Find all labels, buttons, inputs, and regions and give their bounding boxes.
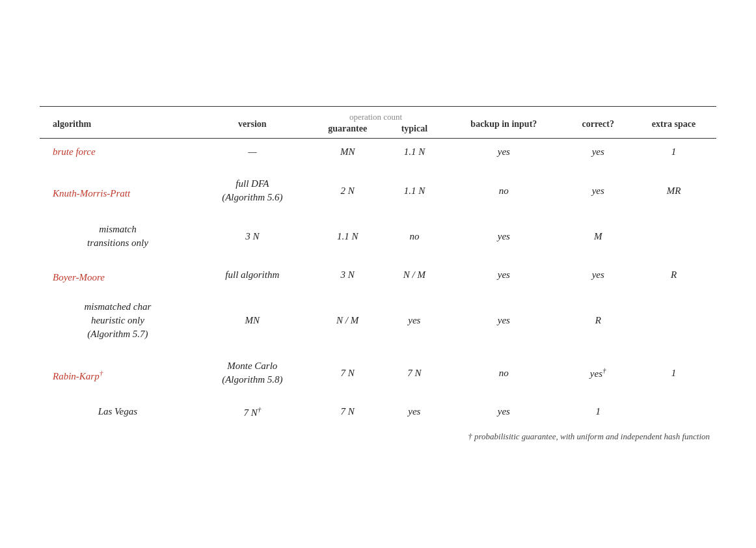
col-header-version: version [196, 107, 309, 139]
space-cell: 1 [631, 139, 716, 166]
table-row: brute force—MN1.1 Nyesyes1 [40, 139, 716, 166]
correct-cell: yes [442, 398, 565, 425]
comparison-table: algorithm version operation count backup… [40, 106, 716, 425]
guarantee-cell: 7 N [309, 353, 386, 393]
guarantee-cell: 3 N [309, 262, 386, 288]
typical-cell: 7 N [386, 353, 443, 393]
backup-cell: no [386, 216, 443, 256]
table-row: Knuth-Morris-Prattfull DFA(Algorithm 5.6… [40, 171, 716, 211]
backup-cell: no [442, 353, 565, 393]
space-cell: MR [631, 171, 716, 211]
col-header-algorithm: algorithm [40, 107, 196, 139]
version-cell: full algorithm [196, 262, 309, 288]
correct-cell: yes [565, 262, 631, 288]
table-row: Rabin-Karp†Monte Carlo(Algorithm 5.8)7 N… [40, 353, 716, 393]
correct-cell: yes [442, 216, 565, 256]
typical-cell: N / M [309, 294, 386, 348]
version-cell: Las Vegas [40, 398, 196, 425]
guarantee-cell: 3 N [196, 216, 309, 256]
guarantee-cell: 7 N† [196, 398, 309, 425]
version-cell: full DFA(Algorithm 5.6) [196, 171, 309, 211]
space-cell: R [565, 294, 631, 348]
typical-cell: 7 N [309, 398, 386, 425]
guarantee-cell: 2 N [309, 171, 386, 211]
backup-cell: yes [442, 139, 565, 166]
typical-cell: 1.1 N [386, 171, 443, 211]
col-header-space: extra space [631, 107, 716, 139]
typical-cell: 1.1 N [309, 216, 386, 256]
correct-cell: yes [442, 294, 565, 348]
version-cell: mismatchtransitions only [40, 216, 196, 256]
typical-cell: N / M [386, 262, 443, 288]
typical-cell: 1.1 N [386, 139, 443, 166]
col-header-typical: typical [386, 124, 443, 139]
algo-name-cell: Knuth-Morris-Pratt [40, 171, 196, 216]
table-wrapper: algorithm version operation count backup… [33, 93, 723, 455]
spacer-row [40, 165, 716, 171]
guarantee-cell: MN [309, 139, 386, 166]
table-row: mismatchtransitions only3 N1.1 NnoyesM [40, 216, 716, 256]
guarantee-cell: MN [196, 294, 309, 348]
space-cell: R [631, 262, 716, 288]
col-header-guarantee: guarantee [309, 124, 386, 139]
version-cell: — [196, 139, 309, 166]
space-cell: M [565, 216, 631, 256]
table-row: Las Vegas7 N†7 Nyesyes1 [40, 398, 716, 425]
correct-cell: yes [565, 139, 631, 166]
space-cell: 1 [565, 398, 631, 425]
col-header-op-count: operation count [309, 107, 442, 124]
version-cell: Monte Carlo(Algorithm 5.8) [196, 353, 309, 393]
backup-cell: yes [442, 262, 565, 288]
space-cell: 1 [631, 353, 716, 393]
backup-cell: no [442, 171, 565, 211]
algo-name-cell: brute force [40, 139, 196, 166]
backup-cell: yes [386, 398, 443, 425]
footnote: † probabilisitic guarantee, with uniform… [40, 425, 716, 442]
correct-cell: yes [565, 171, 631, 211]
correct-cell: yes† [565, 353, 631, 393]
algo-name-cell: Boyer-Moore [40, 262, 196, 294]
spacer-row [40, 348, 716, 353]
col-header-correct: correct? [565, 107, 631, 139]
spacer-row [40, 256, 716, 262]
col-header-backup: backup in input? [442, 107, 565, 139]
algo-name-cell: Rabin-Karp† [40, 353, 196, 398]
table-row: Boyer-Moorefull algorithm3 NN / MyesyesR [40, 262, 716, 288]
table-row: mismatched charheuristic only(Algorithm … [40, 294, 716, 348]
backup-cell: yes [386, 294, 443, 348]
version-cell: mismatched charheuristic only(Algorithm … [40, 294, 196, 348]
